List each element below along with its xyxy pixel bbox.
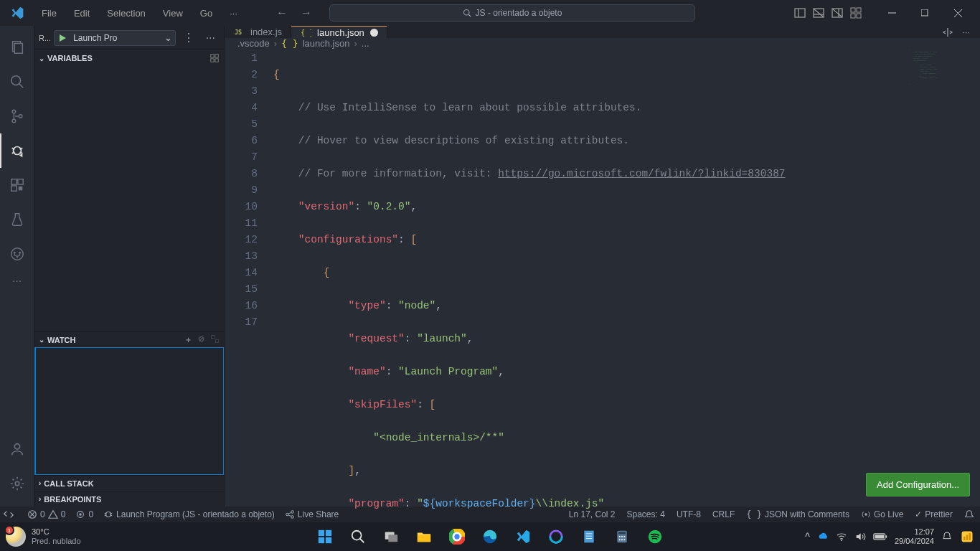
error-count: 0 <box>40 509 45 519</box>
layout-right-icon[interactable] <box>831 6 844 19</box>
collapse-watch-icon[interactable] <box>210 334 220 345</box>
tray-chevron-icon[interactable]: ^ <box>805 531 810 542</box>
menu-go[interactable]: Go <box>193 5 220 22</box>
watch-section-header[interactable]: ⌄ WATCH ＋ ⊘ <box>34 331 224 347</box>
remove-all-icon[interactable]: ⊘ <box>198 334 204 345</box>
warning-icon <box>48 509 58 519</box>
start-debug-icon[interactable] <box>55 31 70 45</box>
task-view-icon[interactable] <box>377 523 405 550</box>
taskbar-clock[interactable]: 12:07 29/04/2024 <box>895 527 934 546</box>
editor-more-icon[interactable]: ··· <box>962 27 970 37</box>
collapse-all-icon[interactable] <box>209 53 220 63</box>
activity-bar: ··· <box>0 26 34 507</box>
edge-icon[interactable] <box>476 523 504 550</box>
add-configuration-button[interactable]: Add Configuration... <box>866 473 970 496</box>
breadcrumb-folder[interactable]: .vscode <box>237 38 270 49</box>
remote-indicator-icon[interactable] <box>0 507 17 522</box>
debug-side-panel: R... Launch Pro ⌄ ⋮ ··· ⌄ VARIABLES ⌄ WA… <box>34 26 225 507</box>
onedrive-icon[interactable] <box>817 531 829 542</box>
breadcrumbs[interactable]: .vscode › { } launch.json › ... <box>225 38 980 49</box>
svg-text:JS: JS <box>234 29 241 36</box>
tab-index-js[interactable]: JS index.js <box>225 26 291 38</box>
close-button[interactable] <box>941 0 974 26</box>
breadcrumb-more[interactable]: ... <box>362 38 369 49</box>
accounts-icon[interactable] <box>0 432 34 466</box>
ports-status[interactable]: 0 <box>75 509 93 519</box>
minimize-button[interactable] <box>875 0 908 26</box>
svg-rect-94 <box>875 535 884 539</box>
vscode-taskbar-icon[interactable] <box>509 523 537 550</box>
wifi-icon[interactable] <box>836 531 847 542</box>
search-activity-icon[interactable] <box>0 65 34 99</box>
svg-rect-41 <box>215 55 218 57</box>
notification-center-icon[interactable] <box>941 531 953 542</box>
svg-rect-10 <box>851 8 855 12</box>
breadcrumb-file[interactable]: launch.json <box>303 38 350 49</box>
maximize-button[interactable] <box>908 0 941 26</box>
menu-file[interactable]: File <box>34 5 64 22</box>
svg-rect-40 <box>211 55 214 57</box>
volume-icon[interactable] <box>854 531 866 542</box>
extensions-icon[interactable] <box>0 168 34 202</box>
add-expression-icon[interactable]: ＋ <box>184 334 192 345</box>
nav-back-icon[interactable]: ← <box>273 4 291 22</box>
file-explorer-icon[interactable] <box>410 523 438 550</box>
svg-point-91 <box>841 540 842 541</box>
run-debug-icon[interactable] <box>0 133 34 168</box>
dirty-indicator-icon <box>370 29 378 37</box>
taskbar-search-icon[interactable] <box>344 523 372 550</box>
problems-status[interactable]: 0 0 <box>27 509 65 519</box>
launch-config-select[interactable]: Launch Pro ⌄ <box>54 30 176 46</box>
menu-view[interactable]: View <box>156 5 190 22</box>
dev-home-icon[interactable] <box>960 529 974 544</box>
variables-section-header[interactable]: ⌄ VARIABLES <box>34 50 224 66</box>
taskbar-weather[interactable]: 1 30°C Pred. nublado <box>0 527 81 547</box>
breakpoints-section-header[interactable]: › BREAKPOINTS <box>34 491 224 507</box>
weather-desc: Pred. nublado <box>32 537 81 546</box>
chrome-icon[interactable] <box>443 523 471 550</box>
json-file-icon: { } <box>300 27 311 38</box>
layout-bottom-icon[interactable] <box>812 6 825 19</box>
debug-overflow-icon[interactable]: ··· <box>202 32 220 44</box>
js-file-icon: JS <box>233 27 245 38</box>
svg-rect-11 <box>857 8 861 12</box>
debug-alt-icon <box>103 509 113 519</box>
watch-panel <box>34 347 224 475</box>
more-activity-icon[interactable]: ··· <box>0 271 34 291</box>
testing-icon[interactable] <box>0 202 34 237</box>
layout-panel-icon[interactable] <box>793 6 806 19</box>
menu-selection[interactable]: Selection <box>100 5 152 22</box>
chevron-right-icon: › <box>39 495 41 503</box>
explorer-icon[interactable] <box>0 30 34 65</box>
source-control-icon[interactable] <box>0 99 34 133</box>
weather-temp: 30°C <box>32 527 81 537</box>
svg-point-0 <box>463 10 469 16</box>
git-lens-icon[interactable] <box>0 237 34 271</box>
menu-more-icon[interactable]: ··· <box>222 5 245 22</box>
settings-icon[interactable] <box>0 466 34 501</box>
customize-layout-icon[interactable] <box>849 6 862 19</box>
svg-rect-93 <box>885 535 887 537</box>
battery-icon[interactable] <box>873 532 887 541</box>
start-menu-icon[interactable] <box>311 523 339 550</box>
svg-rect-31 <box>17 179 22 184</box>
title-bar: File Edit Selection View Go ··· ← → JS -… <box>0 0 980 26</box>
menu-edit[interactable]: Edit <box>67 5 97 22</box>
notepad-icon[interactable] <box>575 523 603 550</box>
debug-more-icon[interactable]: ⋮ <box>179 31 199 44</box>
svg-point-22 <box>12 110 16 113</box>
spotify-icon[interactable] <box>641 523 669 550</box>
taskbar-apps <box>311 523 669 550</box>
system-tray: ^ 12:07 29/04/2024 <box>805 527 980 546</box>
calculator-icon[interactable] <box>608 523 636 550</box>
split-editor-icon[interactable] <box>942 27 953 38</box>
command-center[interactable]: JS - orientado a objeto <box>329 4 695 22</box>
svg-rect-12 <box>851 14 855 18</box>
call-stack-label: CALL STACK <box>44 479 93 488</box>
call-stack-section-header[interactable]: › CALL STACK <box>34 475 224 491</box>
copilot-icon[interactable] <box>542 523 570 550</box>
error-icon <box>27 509 37 519</box>
nav-forward-icon[interactable]: → <box>298 4 315 22</box>
svg-line-1 <box>468 14 471 17</box>
tab-launch-json[interactable]: { } launch.json <box>291 26 387 38</box>
